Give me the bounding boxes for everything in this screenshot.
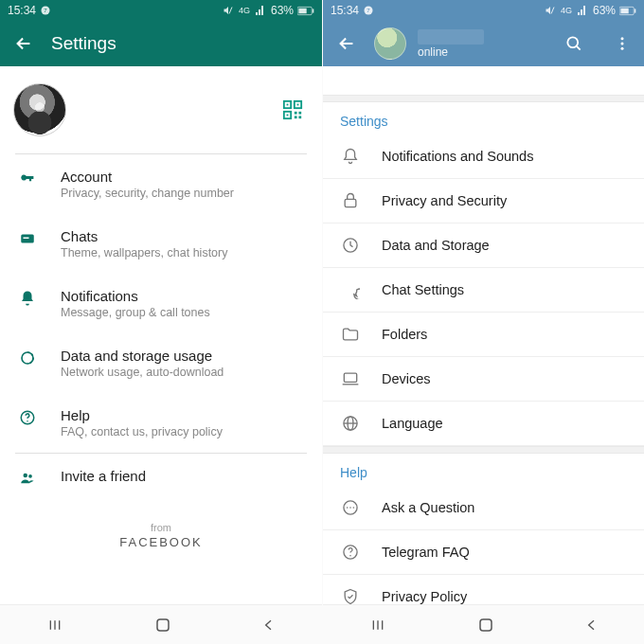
speech-icon <box>340 280 361 299</box>
ask-icon <box>340 498 361 517</box>
settings-item-privacy[interactable]: Privacy and Security <box>323 179 644 224</box>
svg-rect-40 <box>344 373 356 382</box>
item-title: Chat Settings <box>382 282 464 297</box>
item-title: Telegram FAQ <box>382 545 470 560</box>
profile-header[interactable]: online <box>374 27 547 60</box>
whatsapp-screen: 15:34 7 4G 63% Settings <box>0 0 322 644</box>
svg-rect-12 <box>295 112 297 115</box>
avatar <box>374 27 406 60</box>
svg-point-37 <box>621 47 624 50</box>
item-title: Language <box>382 416 443 431</box>
chat-icon <box>17 228 38 247</box>
search-icon <box>564 34 583 53</box>
laptop-icon <box>340 369 361 388</box>
settings-item-invite[interactable]: Invite a friend <box>0 454 322 501</box>
back-button[interactable] <box>336 33 357 54</box>
svg-rect-5 <box>313 9 313 12</box>
profile-name-redacted <box>418 29 484 45</box>
item-title: Privacy and Security <box>382 193 507 208</box>
appbar-title: Settings <box>51 33 309 54</box>
item-title: Notifications <box>61 288 210 304</box>
help-icon <box>340 543 361 562</box>
status-time: 15:34 <box>8 4 36 17</box>
signal-icon <box>254 5 267 16</box>
settings-item-data[interactable]: Data and storage usageNetwork usage, aut… <box>0 333 322 393</box>
item-title: Chats <box>61 228 227 244</box>
svg-point-22 <box>28 474 32 478</box>
nav-bar <box>0 604 322 644</box>
item-title: Notifications and Sounds <box>382 149 533 164</box>
lock-icon <box>340 191 361 210</box>
nav-home[interactable] <box>154 617 171 634</box>
help-item-ask[interactable]: Ask a Question <box>323 486 644 530</box>
nav-bar <box>323 604 644 644</box>
svg-point-36 <box>621 43 624 45</box>
nav-recents[interactable] <box>45 617 64 633</box>
help-item-faq[interactable]: Telegram FAQ <box>323 530 644 575</box>
bell-icon <box>17 288 38 307</box>
item-title: Devices <box>382 371 431 386</box>
settings-item-chats[interactable]: ChatsTheme, wallpapers, chat history <box>0 214 322 274</box>
settings-item-account[interactable]: AccountPrivacy, security, change number <box>0 154 322 214</box>
svg-point-46 <box>347 507 349 509</box>
svg-line-34 <box>577 46 581 50</box>
item-subtitle: Privacy, security, change number <box>61 187 234 200</box>
settings-item-devices[interactable]: Devices <box>323 357 644 402</box>
item-subtitle: Network usage, auto-download <box>61 366 224 379</box>
profile-status: online <box>418 45 484 59</box>
svg-rect-13 <box>298 112 301 115</box>
svg-rect-38 <box>345 199 356 206</box>
search-button[interactable] <box>564 34 583 53</box>
svg-rect-15 <box>298 116 301 118</box>
settings-item-notifications[interactable]: NotificationsMessage, group & call tones <box>0 274 322 333</box>
battery-pct: 63% <box>271 4 294 17</box>
svg-point-47 <box>349 507 351 509</box>
help-icon <box>17 407 38 426</box>
settings-item-language[interactable]: Language <box>323 402 644 446</box>
settings-item-help[interactable]: HelpFAQ, contact us, privacy policy <box>0 393 322 453</box>
nav-home[interactable] <box>477 617 494 634</box>
status-bar: 15:34 7 4G 63% <box>0 0 322 21</box>
svg-line-2 <box>229 8 232 14</box>
svg-rect-32 <box>635 9 635 12</box>
svg-rect-31 <box>620 8 628 13</box>
svg-point-48 <box>353 507 355 509</box>
settings-item-chat-settings[interactable]: Chat Settings <box>323 268 644 313</box>
svg-rect-54 <box>480 619 492 631</box>
nav-back[interactable] <box>584 617 599 633</box>
item-subtitle: Message, group & call tones <box>61 306 210 319</box>
more-vert-icon <box>614 34 631 53</box>
item-title: Help <box>61 407 223 423</box>
nav-back[interactable] <box>261 617 277 633</box>
notification-dot-icon: 7 <box>363 5 374 16</box>
folder-icon <box>340 325 361 344</box>
qr-button[interactable] <box>282 99 303 120</box>
footer-brand: from FACEBOOK <box>0 522 322 549</box>
telegram-appbar: online <box>323 21 644 66</box>
nav-recents[interactable] <box>368 617 387 633</box>
svg-point-21 <box>24 474 28 478</box>
help-item-privacy-policy[interactable]: Privacy Policy <box>323 575 644 604</box>
network-type: 4G <box>561 6 572 15</box>
svg-line-29 <box>551 8 554 14</box>
svg-rect-9 <box>287 104 289 106</box>
profile-row[interactable] <box>0 66 322 153</box>
back-button[interactable] <box>13 33 34 54</box>
settings-item-notifications[interactable]: Notifications and Sounds <box>323 134 644 179</box>
settings-item-data-storage[interactable]: Data and Storage <box>323 224 644 268</box>
item-title: Data and Storage <box>382 238 490 253</box>
more-button[interactable] <box>614 34 631 53</box>
arrow-left-icon <box>13 33 34 54</box>
key-icon <box>17 169 38 188</box>
network-type: 4G <box>239 6 250 15</box>
notification-dot-icon: 7 <box>40 5 51 16</box>
settings-item-folders[interactable]: Folders <box>323 313 644 357</box>
signal-icon <box>576 5 589 16</box>
qr-icon <box>282 99 303 120</box>
mute-icon <box>544 5 557 16</box>
status-bar: 15:34 7 4G 63% <box>323 0 644 21</box>
item-title: Privacy Policy <box>382 589 467 604</box>
globe-icon <box>340 414 361 433</box>
item-title: Account <box>61 169 234 185</box>
battery-pct: 63% <box>593 4 616 17</box>
